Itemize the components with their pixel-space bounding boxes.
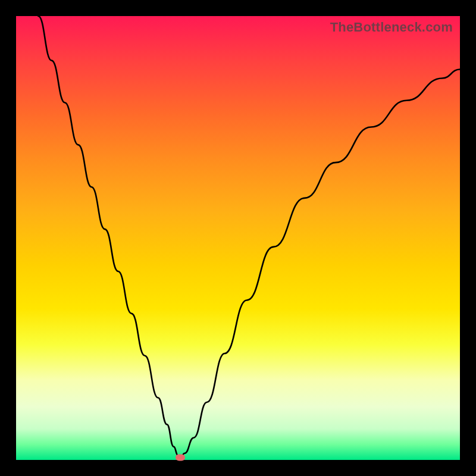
bottleneck-curve (16, 16, 460, 460)
chart-frame: TheBottleneck.com (0, 0, 476, 476)
curve-path (38, 16, 460, 458)
min-marker (176, 455, 185, 461)
plot-area: TheBottleneck.com (16, 16, 460, 460)
